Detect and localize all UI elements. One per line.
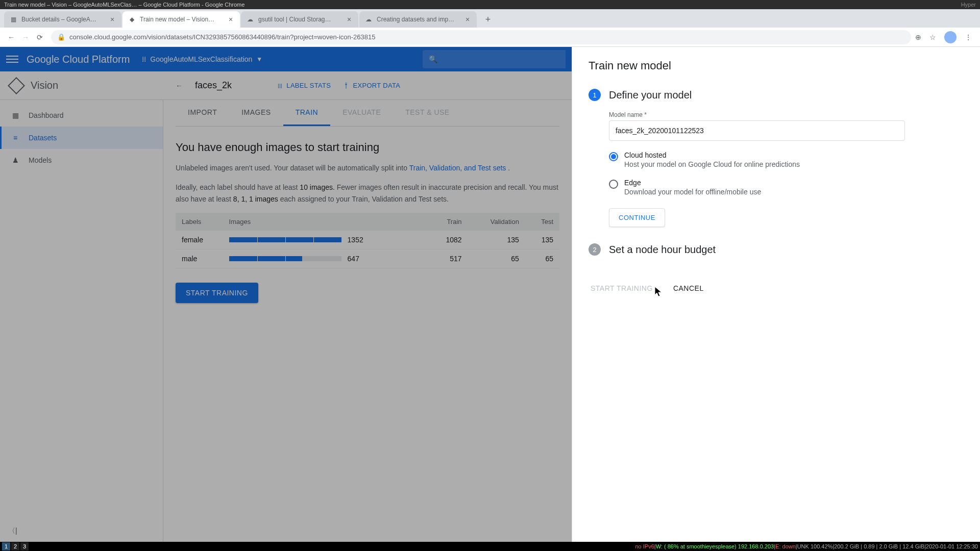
search-icon: 🔍 [429, 55, 437, 63]
browser-toolbar: ← → ⟳ 🔒 console.cloud.google.com/vision/… [0, 28, 980, 47]
left-sidebar: ▦ Dashboard ≡ Datasets ♟ Models 〈| [0, 100, 163, 542]
close-icon[interactable]: × [463, 15, 472, 23]
new-tab-button[interactable]: + [481, 12, 495, 27]
project-picker[interactable]: ⁞⁞ GoogleAutoMLSexClassification ▼ [138, 53, 266, 65]
collapse-sidebar-button[interactable]: 〈| [8, 527, 17, 536]
bar [229, 237, 341, 242]
vision-icon [8, 77, 25, 94]
back-arrow-button[interactable]: ← [176, 82, 183, 90]
dataset-name: faces_2k [195, 80, 232, 91]
radio-icon [609, 180, 618, 189]
gcp-search[interactable]: 🔍 [423, 50, 566, 68]
close-icon[interactable]: × [108, 15, 116, 23]
stats-icon: ⫼ [277, 82, 283, 89]
table-row: female 1352 1082 135 135 [176, 231, 559, 249]
sidebar-item-dashboard[interactable]: ▦ Dashboard [0, 104, 163, 127]
os-titlebar: Train new model – Vision – GoogleAutoMLS… [0, 0, 980, 9]
col-labels: Labels [176, 213, 223, 231]
workspace-1[interactable]: 1 [2, 542, 10, 550]
status-mem: 200.2 GiB | 0.89 | 2.0 GiB | 12.4 GiB [834, 543, 924, 549]
sidebar-item-label: Models [29, 156, 52, 164]
col-test: Test [525, 213, 559, 231]
profile-avatar[interactable] [944, 31, 957, 43]
export-data-button[interactable]: ⭱ EXPORT DATA [343, 82, 400, 89]
tab-import[interactable]: IMPORT [176, 100, 229, 126]
panel-start-training-button[interactable]: START TRAINING [589, 280, 655, 296]
gcp-logo[interactable]: Google Cloud Platform [27, 54, 130, 65]
window-title-right: Hyper [961, 2, 976, 8]
sidebar-item-label: Dashboard [29, 111, 64, 119]
favicon-icon: ☁ [246, 15, 254, 23]
browser-tab-active[interactable]: ◆ Train new model – Vision… × [122, 11, 240, 28]
train-sets-link[interactable]: Train, Validation, and Test sets [409, 164, 506, 172]
label-stats-button[interactable]: ⫼ LABEL STATS [277, 82, 331, 89]
browser-tab[interactable]: ☁ gsutil tool | Cloud Storag… × [241, 11, 358, 28]
favicon-icon: ☁ [364, 15, 373, 23]
radio-cloud-hosted[interactable]: Cloud hosted Host your model on Google C… [609, 151, 964, 168]
tab-test-use[interactable]: TEST & USE [393, 100, 461, 126]
radio-icon [609, 152, 618, 161]
sidebar-item-label: Datasets [29, 134, 57, 142]
radio-edge[interactable]: Edge Download your model for offline/mob… [609, 179, 964, 196]
project-name: GoogleAutoMLSexClassification [150, 55, 252, 63]
close-icon[interactable]: × [227, 15, 235, 23]
main-content: IMPORT IMAGES TRAIN EVALUATE TEST & USE … [163, 100, 572, 542]
dataset-tabs: IMPORT IMAGES TRAIN EVALUATE TEST & USE [176, 100, 559, 127]
gcp-header: Google Cloud Platform ⁞⁞ GoogleAutoMLSex… [0, 47, 572, 71]
star-icon[interactable]: ☆ [929, 33, 936, 41]
panel-title: Train new model [589, 59, 964, 72]
workspace-3[interactable]: 3 [20, 542, 29, 550]
tab-train[interactable]: TRAIN [283, 100, 331, 126]
nav-menu-button[interactable] [6, 53, 18, 65]
train-desc-1: Unlabeled images aren't used. Your datas… [176, 162, 559, 173]
reload-button[interactable]: ⟳ [33, 30, 47, 44]
project-icon: ⁞⁞ [142, 55, 146, 63]
col-validation: Validation [468, 213, 525, 231]
continue-button[interactable]: CONTINUE [609, 208, 665, 227]
back-button[interactable]: ← [4, 30, 18, 44]
start-training-button[interactable]: START TRAINING [176, 283, 258, 303]
favicon-icon: ◆ [128, 15, 136, 23]
menu-icon[interactable]: ⋮ [965, 33, 972, 41]
labels-table: Labels Images Train Validation Test fema… [176, 213, 559, 268]
step-1-badge: 1 [589, 89, 601, 101]
address-bar[interactable]: 🔒 console.cloud.google.com/vision/datase… [51, 30, 911, 44]
step-2-title: Set a node hour budget [609, 244, 716, 256]
status-ipv6: no IPv6 [635, 543, 654, 549]
status-time: 2020-01-01 12:25:30 [926, 543, 978, 549]
browser-tab[interactable]: ▦ Bucket details – GoogleA… × [4, 11, 121, 28]
workspace-2[interactable]: 2 [11, 542, 19, 550]
table-row: male 647 517 65 65 [176, 249, 559, 268]
datasets-icon: ≡ [10, 133, 20, 143]
page-subheader: Vision ← faces_2k ⫼ LABEL STATS ⭱ EXPORT… [0, 71, 572, 100]
browser-tabstrip: ▦ Bucket details – GoogleA… × ◆ Train ne… [0, 9, 980, 28]
train-model-panel: Train new model 1 Define your model Mode… [572, 47, 980, 542]
col-images: Images [223, 213, 429, 231]
train-heading: You have enough images to start training [176, 141, 559, 154]
dashboard-icon: ▦ [10, 110, 20, 120]
tab-images[interactable]: IMAGES [229, 100, 283, 126]
train-desc-2: Ideally, each label should have at least… [176, 182, 559, 205]
browser-tab[interactable]: ☁ Creating datasets and imp… × [359, 11, 477, 28]
chevron-down-icon: ▼ [256, 56, 262, 63]
model-name-input[interactable] [609, 120, 905, 141]
step-1-title: Define your model [609, 89, 692, 101]
tab-title: Train new model – Vision… [140, 16, 227, 23]
models-icon: ♟ [10, 155, 20, 165]
sidebar-item-datasets[interactable]: ≡ Datasets [0, 127, 163, 149]
status-wifi: W: ( 86% at smoothieyesplease) 192.168.0… [656, 543, 774, 549]
forward-button[interactable]: → [18, 30, 33, 44]
col-train: Train [428, 213, 468, 231]
sidebar-item-models[interactable]: ♟ Models [0, 149, 163, 171]
zoom-icon[interactable]: ⊕ [915, 33, 921, 41]
tab-evaluate[interactable]: EVALUATE [330, 100, 393, 126]
url-text: console.cloud.google.com/vision/datasets… [69, 33, 905, 41]
product-name: Vision [31, 80, 58, 91]
panel-cancel-button[interactable]: CANCEL [671, 280, 706, 296]
model-name-label: Model name * [609, 111, 964, 118]
window-title: Train new model – Vision – GoogleAutoMLS… [4, 2, 244, 8]
close-icon[interactable]: × [345, 15, 353, 23]
step-2-badge: 2 [589, 243, 601, 256]
bar [229, 256, 341, 261]
tab-title: Bucket details – GoogleA… [21, 16, 108, 23]
